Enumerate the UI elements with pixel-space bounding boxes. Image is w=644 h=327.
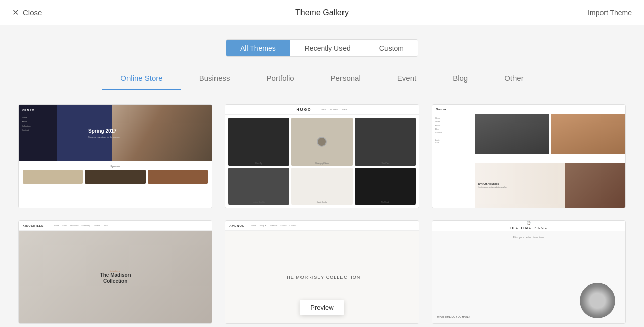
category-other[interactable]: Other	[486, 67, 542, 90]
category-personal[interactable]: Personal	[313, 67, 379, 90]
theme-timepiece-preview: ⌚ THE TIME PIECE HOME SHOP ABOUT CONTACT…	[432, 221, 625, 323]
theme-card-kenzo[interactable]: KENZO Home About Collection Contact Spri…	[18, 104, 212, 208]
theme-xander-preview: Xander Home Store About Blog Contact Log…	[432, 105, 625, 208]
filter-tab-custom[interactable]: Custom	[365, 40, 418, 56]
close-label: Close	[23, 8, 42, 17]
category-event[interactable]: Event	[379, 67, 435, 90]
themes-grid: KENZO Home About Collection Contact Spri…	[0, 90, 644, 327]
category-portfolio[interactable]: Portfolio	[248, 67, 313, 90]
preview-button[interactable]: Preview	[300, 300, 344, 315]
filter-section: All Themes Recently Used Custom	[0, 25, 644, 67]
theme-madison-preview: KIKO&MILES Home Shop Store info Ependay …	[19, 221, 212, 323]
category-online-store[interactable]: Online Store	[102, 67, 181, 90]
close-button[interactable]: ✕ Close	[12, 8, 42, 17]
theme-card-hugo[interactable]: HUGO MEN WOMEN SALE Black Top Chronograp…	[225, 104, 419, 208]
theme-card-timepiece[interactable]: ⌚ THE TIME PIECE HOME SHOP ABOUT CONTACT…	[432, 220, 626, 324]
filter-tab-all[interactable]: All Themes	[226, 40, 290, 56]
filter-tabs: All Themes Recently Used Custom	[226, 39, 418, 57]
theme-hugo-preview: HUGO MEN WOMEN SALE Black Top Chronograp…	[225, 105, 418, 208]
filter-tab-recent[interactable]: Recently Used	[290, 40, 365, 56]
watch-image	[580, 283, 615, 318]
theme-kenzo-preview: KENZO Home About Collection Contact Spri…	[19, 105, 212, 208]
header: ✕ Close Theme Gallery Import Theme	[0, 0, 644, 25]
theme-card-madison[interactable]: KIKO&MILES Home Shop Store info Ependay …	[18, 220, 212, 324]
category-blog[interactable]: Blog	[435, 67, 486, 90]
theme-card-avenue[interactable]: AVENUE Home Shop ▾ Lookbook La info Cont…	[225, 220, 419, 324]
theme-card-xander[interactable]: Xander Home Store About Blog Contact Log…	[432, 104, 626, 208]
import-theme-button[interactable]: Import Theme	[588, 9, 632, 17]
clock-icon: ⌚	[526, 221, 531, 225]
category-business[interactable]: Business	[181, 67, 248, 90]
category-nav: Online Store Business Portfolio Personal…	[0, 67, 644, 90]
close-icon: ✕	[12, 8, 19, 17]
page-title: Theme Gallery	[295, 8, 349, 17]
